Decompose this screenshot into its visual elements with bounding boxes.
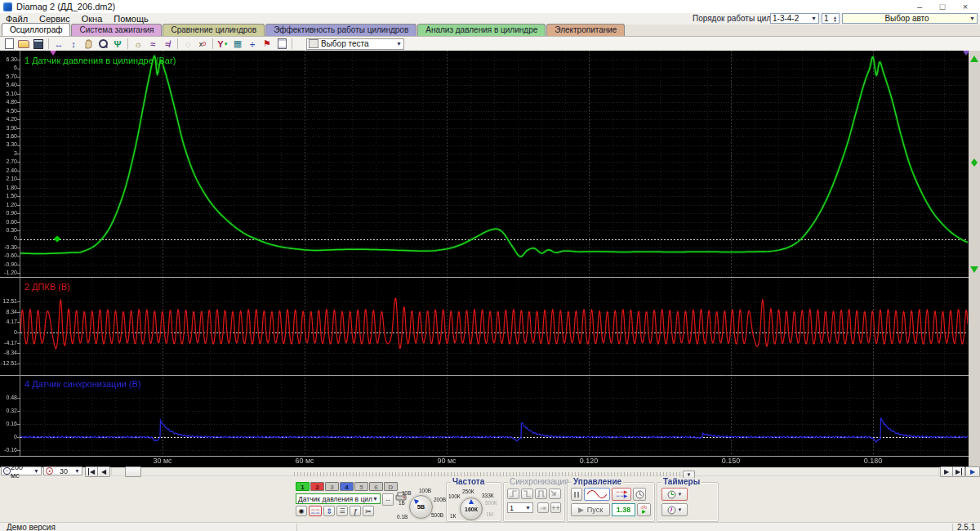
voltage-option[interactable]: 200В bbox=[434, 497, 446, 502]
panel-gripper[interactable] bbox=[294, 472, 681, 476]
points-icon[interactable]: ☼ bbox=[131, 38, 145, 50]
menu-help[interactable]: Помощь bbox=[108, 14, 154, 24]
voltage-option[interactable]: 10В bbox=[402, 490, 412, 496]
pan-hand-icon[interactable] bbox=[81, 38, 96, 50]
pause-icon[interactable] bbox=[571, 488, 582, 501]
notes-icon[interactable] bbox=[274, 38, 289, 50]
tab-cylinder-compare[interactable]: Сравнение цилиндров bbox=[163, 24, 265, 36]
flag-icon[interactable]: ⚑ bbox=[260, 38, 274, 50]
tab-power-supply[interactable]: Электропитание bbox=[546, 24, 625, 36]
sync-plus-icon: ++ bbox=[550, 502, 561, 513]
fit-vertical-icon[interactable]: ↕ bbox=[66, 38, 81, 50]
tab-cylinder-efficiency[interactable]: Эффективность работы цилиндров bbox=[265, 24, 416, 36]
step-forward-button[interactable]: ▶ bbox=[940, 466, 953, 477]
voltage-option[interactable]: 1В bbox=[399, 500, 405, 506]
chevron-down-icon: ▼ bbox=[74, 468, 80, 474]
scroll-waves-icon[interactable]: ∼∼▶∼∼▶ bbox=[612, 488, 631, 501]
chevron-down-icon: ▼ bbox=[396, 41, 402, 47]
start-button[interactable]: ▶Пуск bbox=[571, 503, 610, 516]
zoom-icon[interactable] bbox=[96, 38, 110, 50]
voltage-option[interactable]: 0.1В bbox=[397, 514, 408, 520]
clock-icon bbox=[667, 490, 676, 499]
chevron-down-icon: ▼ bbox=[33, 468, 39, 474]
timer1-button[interactable]: ▼ bbox=[662, 488, 688, 501]
frequency-option[interactable]: 333К bbox=[482, 493, 494, 498]
save-file-icon[interactable] bbox=[31, 38, 46, 50]
single-wave-icon[interactable] bbox=[584, 488, 610, 501]
voltage-knob[interactable]: 5В bbox=[409, 495, 433, 519]
time-zoom-select[interactable]: − 200 мс ▼ bbox=[1, 466, 42, 475]
menu-windows[interactable]: Окна bbox=[76, 14, 109, 24]
table-icon[interactable]: ▦ bbox=[230, 38, 245, 50]
fit-horizontal-icon[interactable]: ↔ bbox=[51, 38, 66, 50]
main-toolbar: ↔ ↕ Ψ ☼ ≈ ≉ ◌ x0 Y▼ ▦ ÷ ⚑ Выбор теста ▼ bbox=[0, 37, 980, 51]
auto-mode-icon[interactable]: ↺↻▶ bbox=[637, 503, 651, 516]
sweep-select[interactable]: ● 30 ▼ bbox=[43, 466, 82, 475]
frequency-option[interactable]: 1К bbox=[450, 513, 456, 519]
maximize-button[interactable]: □ bbox=[931, 1, 954, 13]
function-icon[interactable]: ƒ bbox=[350, 506, 361, 516]
firing-order-select[interactable]: 1-3-4-2▼ bbox=[770, 13, 819, 24]
auto-clock-icon[interactable] bbox=[633, 488, 646, 501]
open-file-icon[interactable] bbox=[16, 38, 31, 50]
frequency-option[interactable]: 100К bbox=[448, 493, 461, 499]
marker-icon[interactable]: Ψ bbox=[110, 38, 125, 50]
cut-icon[interactable]: ✂ bbox=[363, 506, 374, 516]
levels-icon[interactable]: ☰ bbox=[336, 506, 348, 516]
channel-more-button[interactable]: -- bbox=[382, 493, 394, 506]
trigger-pulse-icon bbox=[535, 489, 547, 499]
title-bar: Diamag 2 (ДД_206.dm2) – □ × bbox=[0, 0, 980, 13]
timer2-button[interactable]: ▼ bbox=[662, 503, 688, 516]
voltage-option[interactable]: 100В bbox=[419, 488, 431, 493]
frequency-option[interactable]: 250К bbox=[462, 489, 474, 494]
knob-needle-icon bbox=[469, 499, 474, 504]
visibility-eye-icon[interactable]: ◉ bbox=[296, 506, 307, 516]
frequency-knob[interactable]: 160К bbox=[460, 498, 483, 520]
test-select[interactable]: Выбор теста ▼ bbox=[306, 38, 404, 50]
cylinder-spinner[interactable]: 1 ▲▼ bbox=[822, 13, 840, 24]
oscilloscope-plot[interactable] bbox=[0, 51, 980, 467]
go-first-button[interactable]: ◀ bbox=[85, 466, 98, 477]
tab-pressure-analysis[interactable]: Анализ давления в цилиндре bbox=[417, 24, 546, 36]
circle-measure-icon[interactable]: ◌ bbox=[180, 38, 195, 50]
car-select[interactable]: Выбор авто▼ bbox=[842, 13, 978, 24]
step-back-button[interactable]: ◀ bbox=[97, 466, 110, 477]
channel-button-3[interactable]: 3 bbox=[325, 482, 339, 491]
timers-title: Таймеры bbox=[662, 478, 702, 486]
channel-button-1[interactable]: 1 bbox=[296, 482, 310, 491]
scale-vertical-icon[interactable]: ⇕ bbox=[323, 506, 335, 516]
tab-ignition[interactable]: Система зажигания bbox=[71, 24, 162, 36]
app-version: 2.5.1 bbox=[957, 523, 975, 531]
filter-icon[interactable]: Y▼ bbox=[216, 38, 230, 50]
channel3-label: 4 Датчик синхронизации (В) bbox=[24, 379, 140, 389]
go-last-button[interactable]: ▶ bbox=[952, 466, 965, 477]
play-button[interactable]: ▶ bbox=[965, 466, 980, 477]
sync-channel-select[interactable]: 1 ▼ bbox=[507, 502, 533, 513]
channel-button-5[interactable]: 5 bbox=[354, 482, 368, 491]
control-group: Управление ∼∼▶∼∼▶ ▶Пуск 1.38 ↺↻▶ bbox=[567, 482, 655, 522]
new-file-icon[interactable] bbox=[2, 38, 16, 50]
voltage-option[interactable]: 500В bbox=[431, 512, 443, 518]
chevron-down-icon: ▼ bbox=[678, 507, 683, 512]
divide-icon[interactable]: ÷ bbox=[245, 38, 260, 50]
ac-dc-icon[interactable]: ∼∼∼∼ bbox=[309, 506, 322, 516]
channel-button-6[interactable]: 6 bbox=[369, 482, 383, 491]
close-button[interactable]: × bbox=[954, 1, 977, 13]
channel-button-2[interactable]: 2 bbox=[310, 482, 324, 491]
time-scrollbar-thumb[interactable] bbox=[125, 466, 141, 477]
waves-compare-icon[interactable]: ≉ bbox=[160, 38, 175, 50]
spinner-arrows-icon[interactable]: ▲▼ bbox=[833, 16, 837, 22]
channel-button-row: 1 2 3 4 5 6 D bbox=[296, 482, 398, 491]
app-icon bbox=[3, 2, 12, 11]
chevron-down-icon: ▼ bbox=[811, 16, 817, 21]
trigger-manual-icon bbox=[549, 489, 561, 499]
minimize-button[interactable]: – bbox=[908, 1, 931, 13]
channel-source-select[interactable]: Датчик давления в цилиндре ▼ bbox=[296, 493, 381, 504]
tab-strip: Осциллограф Система зажигания Сравнение … bbox=[0, 25, 980, 37]
window-title: Diamag 2 (ДД_206.dm2) bbox=[16, 2, 115, 11]
x-zero-measure-icon[interactable]: x0 bbox=[195, 38, 210, 50]
waves-icon[interactable]: ≈ bbox=[145, 38, 160, 50]
channel-button-4[interactable]: 4 bbox=[340, 482, 354, 491]
tab-oscilloscope[interactable]: Осциллограф bbox=[2, 23, 70, 36]
channel-button-d[interactable]: D bbox=[384, 482, 398, 491]
